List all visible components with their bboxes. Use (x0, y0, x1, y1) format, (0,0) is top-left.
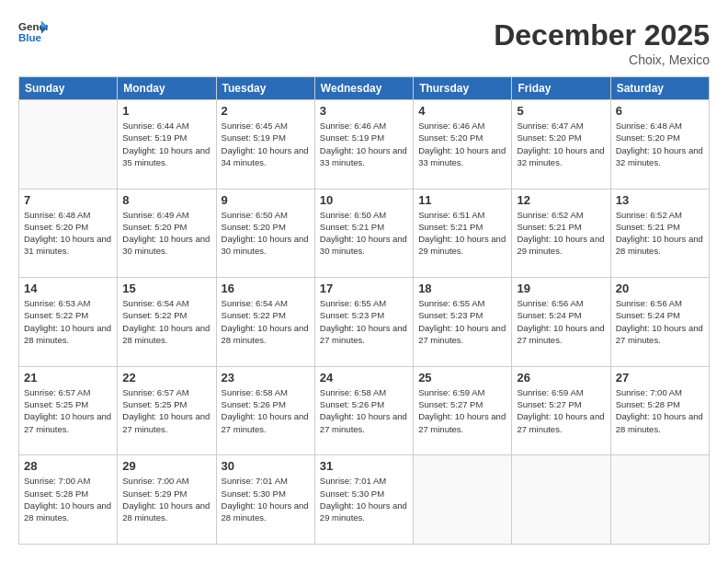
day-number: 3 (320, 104, 408, 118)
day-info: Sunrise: 6:57 AM Sunset: 5:25 PM Dayligh… (122, 386, 210, 435)
header-friday: Friday (512, 77, 610, 100)
header-wednesday: Wednesday (314, 77, 413, 100)
day-number: 25 (418, 371, 506, 385)
day-info: Sunrise: 7:00 AM Sunset: 5:29 PM Dayligh… (122, 475, 210, 523)
week-row-1: 7 Sunrise: 6:48 AM Sunset: 5:20 PM Dayli… (19, 189, 710, 278)
day-info: Sunrise: 6:54 AM Sunset: 5:22 PM Dayligh… (122, 297, 210, 346)
calendar-cell: 7 Sunrise: 6:48 AM Sunset: 5:20 PM Dayli… (19, 189, 118, 278)
day-info: Sunrise: 6:46 AM Sunset: 5:20 PM Dayligh… (418, 120, 506, 168)
calendar-cell (414, 455, 512, 545)
header: General Blue December 2025 Choix, Mexico (18, 18, 710, 67)
day-info: Sunrise: 7:01 AM Sunset: 5:30 PM Dayligh… (320, 475, 408, 523)
day-info: Sunrise: 6:53 AM Sunset: 5:22 PM Dayligh… (24, 297, 112, 346)
svg-text:Blue: Blue (18, 32, 42, 43)
calendar-cell: 16 Sunrise: 6:54 AM Sunset: 5:22 PM Dayl… (216, 278, 314, 367)
day-info: Sunrise: 6:56 AM Sunset: 5:24 PM Dayligh… (616, 297, 704, 346)
day-number: 9 (222, 193, 310, 207)
calendar-cell: 18 Sunrise: 6:55 AM Sunset: 5:23 PM Dayl… (414, 278, 512, 367)
location-subtitle: Choix, Mexico (494, 52, 710, 67)
calendar-cell: 26 Sunrise: 6:59 AM Sunset: 5:27 PM Dayl… (512, 366, 610, 455)
day-number: 22 (122, 371, 210, 385)
day-info: Sunrise: 6:57 AM Sunset: 5:25 PM Dayligh… (24, 386, 112, 435)
day-info: Sunrise: 6:51 AM Sunset: 5:21 PM Dayligh… (418, 209, 506, 258)
day-number: 6 (616, 104, 704, 118)
day-number: 14 (24, 282, 112, 295)
calendar-cell: 5 Sunrise: 6:47 AM Sunset: 5:20 PM Dayli… (512, 100, 610, 190)
day-info: Sunrise: 6:47 AM Sunset: 5:20 PM Dayligh… (517, 120, 605, 168)
header-tuesday: Tuesday (216, 77, 314, 100)
day-info: Sunrise: 6:50 AM Sunset: 5:21 PM Dayligh… (320, 209, 408, 258)
day-info: Sunrise: 6:52 AM Sunset: 5:21 PM Dayligh… (517, 209, 605, 258)
logo: General Blue (18, 18, 48, 44)
calendar-cell: 9 Sunrise: 6:50 AM Sunset: 5:20 PM Dayli… (216, 189, 314, 278)
day-number: 7 (24, 193, 112, 207)
day-info: Sunrise: 6:49 AM Sunset: 5:20 PM Dayligh… (122, 209, 210, 258)
day-number: 24 (320, 371, 408, 385)
day-info: Sunrise: 6:58 AM Sunset: 5:26 PM Dayligh… (320, 386, 408, 435)
calendar-cell: 14 Sunrise: 6:53 AM Sunset: 5:22 PM Dayl… (19, 278, 118, 367)
header-saturday: Saturday (610, 77, 709, 100)
day-number: 23 (222, 371, 310, 385)
day-info: Sunrise: 6:52 AM Sunset: 5:21 PM Dayligh… (616, 209, 704, 258)
day-info: Sunrise: 6:45 AM Sunset: 5:19 PM Dayligh… (222, 120, 310, 168)
day-number: 12 (517, 193, 605, 207)
calendar-cell: 2 Sunrise: 6:45 AM Sunset: 5:19 PM Dayli… (216, 100, 314, 190)
day-number: 29 (122, 459, 210, 473)
day-info: Sunrise: 6:55 AM Sunset: 5:23 PM Dayligh… (320, 297, 408, 346)
day-number: 31 (320, 459, 408, 473)
day-number: 21 (24, 371, 112, 385)
day-number: 2 (222, 104, 310, 118)
header-monday: Monday (118, 77, 216, 100)
calendar-cell: 8 Sunrise: 6:49 AM Sunset: 5:20 PM Dayli… (118, 189, 216, 278)
calendar-cell: 1 Sunrise: 6:44 AM Sunset: 5:19 PM Dayli… (118, 100, 216, 190)
month-title: December 2025 (494, 18, 710, 52)
calendar-cell (610, 455, 709, 545)
day-info: Sunrise: 6:58 AM Sunset: 5:26 PM Dayligh… (222, 386, 310, 435)
header-row: Sunday Monday Tuesday Wednesday Thursday… (19, 77, 710, 100)
calendar-cell: 21 Sunrise: 6:57 AM Sunset: 5:25 PM Dayl… (19, 366, 118, 455)
day-number: 13 (616, 193, 704, 207)
calendar-cell: 22 Sunrise: 6:57 AM Sunset: 5:25 PM Dayl… (118, 366, 216, 455)
day-number: 10 (320, 193, 408, 207)
day-number: 27 (616, 371, 704, 385)
day-number: 15 (122, 282, 210, 295)
title-block: December 2025 Choix, Mexico (494, 18, 710, 67)
week-row-0: 1 Sunrise: 6:44 AM Sunset: 5:19 PM Dayli… (19, 100, 710, 190)
day-number: 11 (418, 193, 506, 207)
calendar-cell: 17 Sunrise: 6:55 AM Sunset: 5:23 PM Dayl… (314, 278, 413, 367)
day-info: Sunrise: 6:55 AM Sunset: 5:23 PM Dayligh… (418, 297, 506, 346)
day-number: 1 (122, 104, 210, 118)
day-info: Sunrise: 6:50 AM Sunset: 5:20 PM Dayligh… (222, 209, 310, 258)
day-number: 18 (418, 282, 506, 295)
calendar-cell: 13 Sunrise: 6:52 AM Sunset: 5:21 PM Dayl… (610, 189, 709, 278)
calendar-cell: 23 Sunrise: 6:58 AM Sunset: 5:26 PM Dayl… (216, 366, 314, 455)
calendar-cell: 19 Sunrise: 6:56 AM Sunset: 5:24 PM Dayl… (512, 278, 610, 367)
day-info: Sunrise: 6:59 AM Sunset: 5:27 PM Dayligh… (418, 386, 506, 435)
calendar-cell: 20 Sunrise: 6:56 AM Sunset: 5:24 PM Dayl… (610, 278, 709, 367)
day-info: Sunrise: 6:48 AM Sunset: 5:20 PM Dayligh… (24, 209, 112, 258)
day-number: 30 (222, 459, 310, 473)
calendar-cell: 28 Sunrise: 7:00 AM Sunset: 5:28 PM Dayl… (19, 455, 118, 545)
day-info: Sunrise: 7:01 AM Sunset: 5:30 PM Dayligh… (222, 475, 310, 523)
week-row-4: 28 Sunrise: 7:00 AM Sunset: 5:28 PM Dayl… (19, 455, 710, 545)
day-number: 20 (616, 282, 704, 295)
header-thursday: Thursday (414, 77, 512, 100)
calendar-cell: 10 Sunrise: 6:50 AM Sunset: 5:21 PM Dayl… (314, 189, 413, 278)
calendar-table: Sunday Monday Tuesday Wednesday Thursday… (18, 76, 710, 545)
calendar-cell: 4 Sunrise: 6:46 AM Sunset: 5:20 PM Dayli… (414, 100, 512, 190)
calendar-cell: 29 Sunrise: 7:00 AM Sunset: 5:29 PM Dayl… (118, 455, 216, 545)
calendar-cell: 27 Sunrise: 7:00 AM Sunset: 5:28 PM Dayl… (610, 366, 709, 455)
calendar-cell: 6 Sunrise: 6:48 AM Sunset: 5:20 PM Dayli… (610, 100, 709, 190)
day-info: Sunrise: 6:46 AM Sunset: 5:19 PM Dayligh… (320, 120, 408, 168)
day-number: 4 (418, 104, 506, 118)
page: General Blue December 2025 Choix, Mexico… (0, 0, 728, 563)
day-info: Sunrise: 6:48 AM Sunset: 5:20 PM Dayligh… (616, 120, 704, 168)
calendar-cell: 12 Sunrise: 6:52 AM Sunset: 5:21 PM Dayl… (512, 189, 610, 278)
day-number: 16 (222, 282, 310, 295)
day-info: Sunrise: 6:59 AM Sunset: 5:27 PM Dayligh… (517, 386, 605, 435)
calendar-cell (512, 455, 610, 545)
day-number: 19 (517, 282, 605, 295)
day-number: 5 (517, 104, 605, 118)
day-number: 28 (24, 459, 112, 473)
calendar-cell: 25 Sunrise: 6:59 AM Sunset: 5:27 PM Dayl… (414, 366, 512, 455)
